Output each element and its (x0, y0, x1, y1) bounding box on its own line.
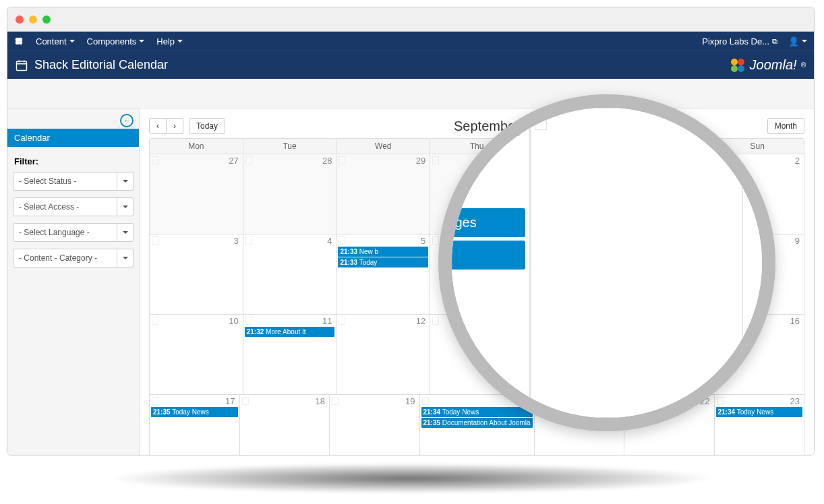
doc-icon (536, 117, 547, 130)
calendar-cell[interactable]: 521:33 New b21:33 Today (336, 234, 430, 314)
cell-date: 12 (416, 316, 425, 326)
calendar-event[interactable]: 21:33 Today (338, 257, 428, 267)
calendar-cell[interactable]: 10 (150, 315, 243, 394)
window-minimize-icon[interactable] (29, 15, 37, 24)
filter-select[interactable]: - Select Access - (13, 197, 117, 216)
calendar-cell[interactable]: 4 (243, 234, 337, 314)
caret-down-icon (139, 40, 144, 42)
cell-date: 17 (225, 396, 235, 406)
filter-select[interactable]: - Content - Category - (13, 249, 117, 267)
caret-down-icon (123, 206, 128, 208)
window-zoom-icon[interactable] (42, 15, 51, 24)
svg-point-9 (738, 59, 744, 65)
svg-point-8 (731, 59, 738, 65)
today-button[interactable]: Today (189, 118, 225, 134)
magnifier-overlay: 5 21:33 New books pages 21:33 Today News… (438, 94, 775, 431)
cell-date: 2 (795, 156, 800, 166)
calendar-cell[interactable]: 1721:35 Today News (150, 395, 240, 455)
sidebar-collapse-button[interactable]: ← (120, 114, 134, 127)
svg-point-10 (731, 65, 738, 72)
filter-dropdown-button[interactable] (117, 172, 134, 191)
doc-icon (422, 397, 429, 405)
menu-content[interactable]: Content (36, 36, 75, 46)
svg-point-11 (738, 65, 744, 72)
calendar-cell[interactable]: 2321:34 Today News (715, 395, 804, 455)
filter-dropdown-button[interactable] (117, 197, 134, 216)
doc-icon (339, 156, 345, 164)
event-time: 21:32 (247, 328, 264, 336)
filter-dropdown-button[interactable] (117, 223, 134, 242)
cell-date: 27 (229, 156, 238, 166)
doc-icon (242, 397, 249, 405)
calendar-cell[interactable]: 12 (336, 315, 430, 394)
calendar-event[interactable]: 21:33 New b (338, 247, 428, 257)
calendar-cell[interactable]: 19 (330, 395, 420, 455)
menu-components[interactable]: Components (87, 36, 145, 46)
cell-date: 4 (327, 236, 332, 246)
day-header: Mon (150, 139, 243, 154)
calendar-icon (16, 59, 28, 71)
cell-date: 11 (322, 316, 332, 326)
joomla-brand-text: Joomla! (750, 57, 797, 73)
cell-date: 5 (421, 236, 425, 246)
cell-date: 19 (405, 396, 415, 406)
sidebar-tab-calendar[interactable]: Calendar (7, 129, 139, 147)
filter-select[interactable]: - Select Status - (13, 172, 117, 191)
header-left: Shack Editorial Calendar (16, 58, 168, 72)
calendar-cell[interactable]: 27 (150, 154, 243, 234)
calendar-event[interactable]: 21:35 Today News (151, 407, 238, 417)
prev-button[interactable]: ‹ (149, 118, 167, 134)
page-title: Shack Editorial Calendar (34, 58, 168, 72)
window-close-icon[interactable] (16, 15, 24, 24)
joomla-logo: Joomla!® (730, 57, 806, 73)
event-time: 21:33 (340, 259, 357, 266)
sidebar: ← Calendar Filter: - Select Status -- Se… (7, 108, 140, 455)
event-title: Today News (737, 408, 773, 416)
day-header: Wed (336, 139, 430, 154)
magnifier-inner: 5 21:33 New books pages 21:33 Today News… (452, 108, 762, 418)
event-time: 21:34 (423, 408, 441, 416)
cell-date: 3 (233, 236, 238, 246)
svg-point-3 (18, 40, 22, 44)
calendar-cell[interactable]: 28 (243, 154, 337, 234)
calendar-event[interactable]: 21:35 Documentation About Joomla (421, 418, 533, 428)
calendar-cell[interactable]: 29 (336, 154, 430, 234)
calendar-event[interactable]: 21:34 Today News (716, 407, 803, 417)
menu-help-label: Help (156, 36, 175, 46)
event-title: Documentation About Joomla (442, 419, 531, 427)
doc-icon (245, 237, 252, 245)
cell-date: 23 (790, 396, 800, 406)
calendar-event[interactable]: 21:34 Today News (421, 407, 533, 417)
topmenu-left: Content Components Help (14, 36, 183, 46)
calendar-cell[interactable]: 3 (150, 234, 243, 314)
calendar-cell[interactable]: 1121:32 More About It (243, 315, 337, 394)
doc-icon (152, 156, 158, 164)
doc-icon (152, 397, 158, 405)
calendar-cell[interactable]: 18 (240, 395, 330, 455)
toolbar-strip (7, 79, 814, 108)
next-button[interactable]: › (167, 118, 183, 134)
calendar-event[interactable]: 21:32 More About It (245, 327, 335, 337)
titlebar (7, 7, 814, 32)
menu-help[interactable]: Help (156, 36, 183, 46)
mag-cell-6: 6 (530, 108, 743, 418)
filter-select[interactable]: - Select Language - (13, 223, 117, 242)
site-link[interactable]: Pixpro Labs De... ⧉ (702, 36, 777, 46)
month-view-button[interactable]: Month (767, 118, 804, 134)
mag-event-1[interactable]: 21:33 New books pages (438, 208, 525, 237)
cell-date: 28 (322, 156, 332, 166)
user-menu[interactable]: 👤 (788, 36, 807, 46)
cell-date: 18 (316, 396, 325, 406)
admin-topmenu: Content Components Help Pixpro Labs De..… (7, 32, 814, 51)
event-time: 21:35 (423, 419, 441, 427)
mag-event-2[interactable]: 21:33 Today News (438, 241, 525, 270)
filter-row: - Select Status - (13, 172, 134, 191)
svg-rect-4 (17, 61, 27, 71)
doc-icon (432, 156, 439, 164)
doc-icon (432, 317, 439, 325)
event-title: More About It (266, 328, 305, 336)
user-icon: 👤 (788, 36, 799, 46)
filter-dropdown-button[interactable] (117, 249, 134, 267)
event-title: Today News (438, 247, 442, 262)
event-title: New b (359, 248, 378, 255)
